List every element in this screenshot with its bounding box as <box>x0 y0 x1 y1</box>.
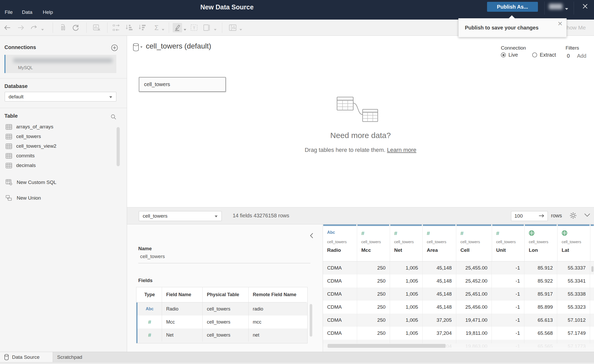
cell: 1,005 <box>390 288 423 301</box>
connection-item[interactable]: MySQL <box>4 55 116 73</box>
field-row-net[interactable]: # Net cell_towers net <box>136 329 307 342</box>
grid-vertical-scrollbar[interactable] <box>591 266 593 272</box>
pen-caret-icon[interactable] <box>184 27 186 32</box>
table-grid-icon <box>6 153 12 159</box>
string-type-icon[interactable]: Abc <box>137 302 162 315</box>
globe-icon <box>529 230 535 237</box>
cell: 25,456.00 <box>456 301 492 314</box>
close-window-icon[interactable] <box>582 3 589 10</box>
table-node-cell-towers[interactable]: cell_towers <box>139 77 226 92</box>
cell: 45,148 <box>423 288 456 301</box>
swap-rows-columns-icon[interactable] <box>112 23 121 32</box>
column-table: cell_towers <box>562 240 581 244</box>
cell: 85.917 <box>524 288 557 301</box>
totals-sigma-icon[interactable]: Σ <box>152 23 161 32</box>
live-radio[interactable]: Live <box>501 52 518 58</box>
table-select-dropdown[interactable]: cell_towers <box>139 211 222 221</box>
user-caret-icon[interactable] <box>565 7 568 11</box>
menu-file[interactable]: File <box>5 9 13 15</box>
table-row[interactable]: CDMA 250 1,005 37,204 19,811.00 -1 65.56… <box>323 327 594 340</box>
gear-icon[interactable] <box>569 212 577 220</box>
tooltip-close-icon[interactable]: ✕ <box>557 21 563 27</box>
sidebar-item-cell-towers-view2[interactable]: cell_towers_view2 <box>6 142 56 151</box>
filters-add-button[interactable]: Add <box>577 53 586 59</box>
field-name[interactable]: Mcc <box>162 315 203 329</box>
column-header-lon[interactable]: cell_towers Lon <box>525 224 557 261</box>
sigma-caret-icon[interactable] <box>162 27 164 32</box>
datasource-db-icon[interactable] <box>132 43 143 53</box>
row-count-input[interactable]: 100 <box>511 211 548 221</box>
new-union-button[interactable]: New Union <box>6 194 41 202</box>
grid-toolbar: cell_towers 14 fields 43276158 rows 100 … <box>127 207 594 224</box>
name-value[interactable]: cell_towers <box>140 254 165 259</box>
forward-icon[interactable] <box>16 23 26 32</box>
add-connection-icon[interactable] <box>111 44 118 52</box>
column-header-unit[interactable]: # cell_towers Unit <box>492 224 525 261</box>
extract-radio[interactable]: Extract <box>532 52 556 58</box>
table-row[interactable]: CDMA 250 1,005 37,205 19,471.00 -1 65.61… <box>323 314 594 327</box>
clear-sheet-icon[interactable] <box>92 23 101 32</box>
column-header-lat[interactable]: cell_towers Lat <box>557 224 590 261</box>
grid-rows: CDMA 250 1,005 45,148 25,455.00 -1 85.91… <box>323 261 594 348</box>
database-select[interactable]: default <box>5 92 116 102</box>
show-me-caret-icon[interactable] <box>239 27 242 32</box>
column-accent-strip <box>323 224 356 226</box>
toolbar-separator <box>169 22 169 33</box>
fields-table-scrollbar[interactable] <box>310 304 312 337</box>
show-me-panel-icon[interactable] <box>228 23 237 32</box>
cell-size-icon[interactable] <box>202 23 212 32</box>
cell: 55.3323 <box>557 301 590 314</box>
radio-unselected-icon[interactable] <box>532 52 537 57</box>
column-header-area[interactable]: # cell_towers Area <box>423 224 456 261</box>
chevron-down-icon[interactable] <box>584 213 590 218</box>
field-row-radio[interactable]: Abc Radio cell_towers radio <box>136 302 307 315</box>
sidebar-item-arrays-of-arrays[interactable]: arrays_of_arrays <box>6 122 53 131</box>
table-row[interactable]: CDMA 250 1,005 45,148 25,456.00 -1 85.89… <box>323 301 594 314</box>
collapse-panel-icon[interactable] <box>310 233 313 239</box>
tab-scratchpad[interactable]: Scratchpad <box>57 352 82 362</box>
menu-help[interactable]: Help <box>43 9 53 15</box>
undo-caret-icon[interactable] <box>41 27 44 32</box>
cell-size-caret-icon[interactable] <box>214 27 217 32</box>
sidebar-item-decimals[interactable]: decimals <box>6 161 36 170</box>
table-row[interactable]: CDMA 250 1,005 45,148 25,452.00 -1 85.92… <box>323 275 594 288</box>
sidebar-item-cell-towers[interactable]: cell_towers <box>6 132 41 141</box>
scrollbar-thumb[interactable] <box>328 344 446 348</box>
grid-horizontal-scrollbar[interactable] <box>323 343 594 349</box>
text-label-icon[interactable]: T <box>189 23 199 32</box>
field-name[interactable]: Radio <box>162 302 203 315</box>
sidebar-item-commits[interactable]: commits <box>6 151 35 160</box>
column-header-net[interactable]: # cell_towers Net <box>390 224 423 261</box>
number-type-icon[interactable]: # <box>137 315 162 329</box>
field-row-mcc[interactable]: # Mcc cell_towers mcc <box>136 315 307 329</box>
column-header-mcc[interactable]: # cell_towers Mcc <box>357 224 390 261</box>
tab-data-source[interactable]: Data Source <box>0 352 53 362</box>
field-name[interactable]: Net <box>162 329 203 342</box>
sort-ascending-icon[interactable] <box>125 23 134 32</box>
toolbar-separator <box>86 22 87 33</box>
sidebar-scrollbar[interactable] <box>117 127 120 166</box>
undo-redo-icon[interactable] <box>29 23 39 32</box>
cell: -1 <box>492 288 524 301</box>
number-type-icon[interactable]: # <box>137 329 162 342</box>
column-header-radio[interactable]: Abc cell_towers Radio <box>323 224 357 261</box>
back-icon[interactable] <box>3 23 12 32</box>
search-icon[interactable] <box>111 114 116 121</box>
menu-data[interactable]: Data <box>22 9 32 15</box>
grid-header-row: Abc cell_towers Radio # cell_towers Mcc … <box>323 224 594 261</box>
pause-updates-icon[interactable] <box>58 23 68 32</box>
arrow-right-icon[interactable] <box>539 213 544 219</box>
publish-as-button[interactable]: Publish As... <box>487 2 538 12</box>
radio-selected-icon[interactable] <box>501 52 506 57</box>
column-header-cell[interactable]: # cell_towers Cell <box>456 224 492 261</box>
table-row[interactable]: CDMA 250 1,005 45,148 25,455.00 -1 85.91… <box>323 261 594 275</box>
learn-more-link[interactable]: Learn more <box>387 147 417 153</box>
refresh-icon[interactable] <box>71 23 80 32</box>
relationship-canvas: cell_towers (default) Connection Live Ex… <box>127 36 594 207</box>
table-row[interactable]: CDMA 250 1,005 45,148 25,451.00 -1 85.91… <box>323 288 594 301</box>
string-type-icon: Abc <box>327 230 335 235</box>
sort-descending-icon[interactable] <box>138 23 147 32</box>
user-menu[interactable] <box>549 4 562 9</box>
highlight-pen-icon[interactable] <box>173 23 182 32</box>
new-custom-sql-button[interactable]: New Custom SQL <box>6 178 56 187</box>
